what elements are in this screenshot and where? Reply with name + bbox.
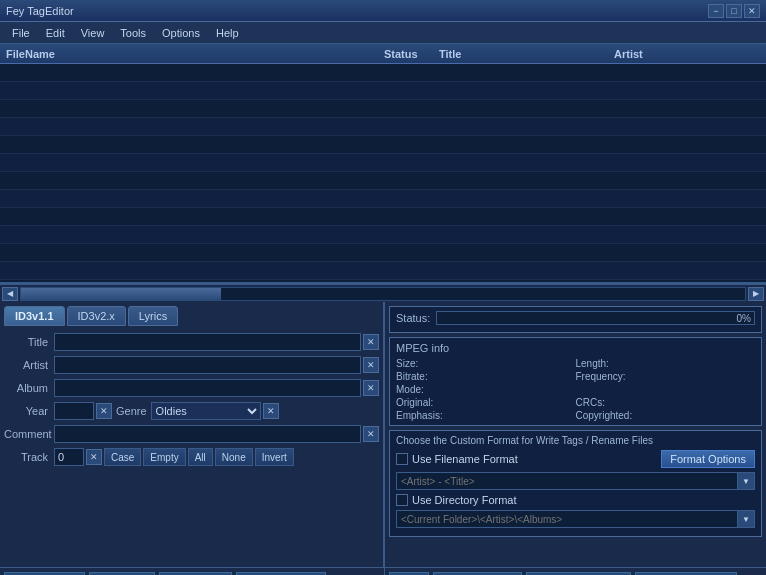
col-header-status: Status bbox=[380, 48, 435, 60]
footer: Refresh List Directory Write Tags Rename… bbox=[0, 567, 766, 575]
footer-left: Refresh List Directory Write Tags Rename… bbox=[0, 568, 385, 575]
scroll-right-arrow[interactable]: ▶ bbox=[748, 287, 764, 301]
filename-format-dropdown-arrow[interactable]: ▼ bbox=[737, 472, 755, 490]
horizontal-scrollbar[interactable]: ◀ ▶ bbox=[0, 284, 766, 302]
scroll-track[interactable] bbox=[20, 287, 746, 301]
format-options-button[interactable]: Format Options bbox=[661, 450, 755, 468]
col-header-filename: FileName bbox=[0, 48, 380, 60]
table-row[interactable] bbox=[0, 226, 766, 244]
mode-value2 bbox=[656, 384, 756, 395]
menu-view[interactable]: View bbox=[73, 25, 113, 41]
write-tags-button[interactable]: Write Tags bbox=[159, 572, 233, 576]
footer-right: Exit Remove Tags Clean Filenames Create … bbox=[385, 568, 766, 575]
directory-format-input[interactable] bbox=[396, 510, 737, 528]
tab-lyrics[interactable]: Lyrics bbox=[128, 306, 178, 326]
window-controls: − □ ✕ bbox=[708, 4, 760, 18]
all-button[interactable]: All bbox=[188, 448, 213, 466]
rename-files-button[interactable]: Rename Files bbox=[236, 572, 326, 576]
genre-clear-button[interactable]: ✕ bbox=[263, 403, 279, 419]
title-label: Title bbox=[4, 336, 54, 348]
year-input[interactable] bbox=[54, 402, 94, 420]
progress-text: 0% bbox=[737, 313, 751, 324]
case-button[interactable]: Case bbox=[104, 448, 141, 466]
comment-input[interactable] bbox=[54, 425, 361, 443]
emphasis-value bbox=[476, 410, 576, 421]
table-row[interactable] bbox=[0, 172, 766, 190]
invert-button[interactable]: Invert bbox=[255, 448, 294, 466]
tab-id3v1[interactable]: ID3v1.1 bbox=[4, 306, 65, 326]
col-header-title: Title bbox=[435, 48, 610, 60]
filename-format-input[interactable] bbox=[396, 472, 737, 490]
table-row[interactable] bbox=[0, 154, 766, 172]
menu-help[interactable]: Help bbox=[208, 25, 247, 41]
directory-format-input-row: ▼ bbox=[396, 510, 755, 528]
create-directory-button[interactable]: Create Directory bbox=[635, 572, 737, 576]
mode-label: Mode: bbox=[396, 384, 476, 395]
frequency-label: Frequency: bbox=[576, 371, 656, 382]
copyrighted-label: Copyrighted: bbox=[576, 410, 656, 421]
table-row[interactable] bbox=[0, 136, 766, 154]
genre-select[interactable]: Blues Classic Rock Country Dance Disco F… bbox=[151, 402, 261, 420]
refresh-list-button[interactable]: Refresh List bbox=[4, 572, 85, 576]
col-header-artist: Artist bbox=[610, 48, 766, 60]
table-row[interactable] bbox=[0, 100, 766, 118]
original-label: Original: bbox=[396, 397, 476, 408]
track-label: Track bbox=[4, 451, 54, 463]
artist-input[interactable] bbox=[54, 356, 361, 374]
directory-format-row: Use Directory Format bbox=[396, 494, 755, 506]
album-clear-button[interactable]: ✕ bbox=[363, 380, 379, 396]
table-row[interactable] bbox=[0, 190, 766, 208]
length-value bbox=[656, 358, 756, 369]
empty-button[interactable]: Empty bbox=[143, 448, 185, 466]
remove-tags-button[interactable]: Remove Tags bbox=[433, 572, 522, 576]
clean-filenames-button[interactable]: Clean Filenames bbox=[526, 572, 631, 576]
mpeg-grid: Size: Length: Bitrate: Frequency: Mode: … bbox=[396, 358, 755, 421]
file-list-area: FileName Status Title Artist bbox=[0, 44, 766, 284]
mode-value bbox=[476, 384, 576, 395]
title-input[interactable] bbox=[54, 333, 361, 351]
mode-label2 bbox=[576, 384, 656, 395]
menu-options[interactable]: Options bbox=[154, 25, 208, 41]
comment-field-row: Comment ✕ bbox=[4, 424, 379, 444]
directory-format-dropdown-arrow[interactable]: ▼ bbox=[737, 510, 755, 528]
comment-clear-button[interactable]: ✕ bbox=[363, 426, 379, 442]
year-label: Year bbox=[4, 405, 54, 417]
artist-clear-button[interactable]: ✕ bbox=[363, 357, 379, 373]
table-row[interactable] bbox=[0, 64, 766, 82]
table-header: FileName Status Title Artist bbox=[0, 44, 766, 64]
menu-tools[interactable]: Tools bbox=[112, 25, 154, 41]
maximize-button[interactable]: □ bbox=[726, 4, 742, 18]
status-label: Status: bbox=[396, 312, 430, 324]
album-input[interactable] bbox=[54, 379, 361, 397]
tab-id3v2[interactable]: ID3v2.x bbox=[67, 306, 126, 326]
filename-format-checkbox[interactable] bbox=[396, 453, 408, 465]
scroll-left-arrow[interactable]: ◀ bbox=[2, 287, 18, 301]
minimize-button[interactable]: − bbox=[708, 4, 724, 18]
directory-button[interactable]: Directory bbox=[89, 572, 155, 576]
table-row[interactable] bbox=[0, 118, 766, 136]
track-clear-button[interactable]: ✕ bbox=[86, 449, 102, 465]
directory-format-label: Use Directory Format bbox=[412, 494, 517, 506]
table-row[interactable] bbox=[0, 244, 766, 262]
filename-format-row: Use Filename Format Format Options bbox=[396, 450, 755, 468]
exit-button[interactable]: Exit bbox=[389, 572, 429, 576]
year-clear-button[interactable]: ✕ bbox=[96, 403, 112, 419]
menu-edit[interactable]: Edit bbox=[38, 25, 73, 41]
directory-format-checkbox[interactable] bbox=[396, 494, 408, 506]
close-button[interactable]: ✕ bbox=[744, 4, 760, 18]
track-input[interactable] bbox=[54, 448, 84, 466]
table-row[interactable] bbox=[0, 82, 766, 100]
table-row[interactable] bbox=[0, 208, 766, 226]
tag-panel: ID3v1.1 ID3v2.x Lyrics Title ✕ Artist ✕ … bbox=[0, 302, 385, 567]
size-label: Size: bbox=[396, 358, 476, 369]
scroll-thumb[interactable] bbox=[21, 288, 221, 300]
title-clear-button[interactable]: ✕ bbox=[363, 334, 379, 350]
format-box: Choose the Custom Format for Write Tags … bbox=[389, 430, 762, 537]
menu-file[interactable]: File bbox=[4, 25, 38, 41]
length-label: Length: bbox=[576, 358, 656, 369]
none-button[interactable]: None bbox=[215, 448, 253, 466]
artist-field-row: Artist ✕ bbox=[4, 355, 379, 375]
table-row[interactable] bbox=[0, 262, 766, 280]
original-value bbox=[476, 397, 576, 408]
emphasis-label: Emphasis: bbox=[396, 410, 476, 421]
